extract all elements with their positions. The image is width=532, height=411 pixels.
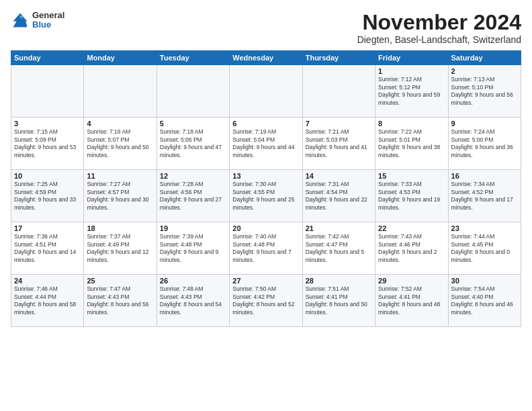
day-cell: 25Sunrise: 7:47 AMSunset: 4:43 PMDayligh… [84,275,157,327]
day-cell: 2Sunrise: 7:13 AMSunset: 5:10 PMDaylight… [448,65,521,118]
calendar-header: Sunday Monday Tuesday Wednesday Thursday… [11,51,521,65]
day-cell: 18Sunrise: 7:37 AMSunset: 4:49 PMDayligh… [84,222,157,275]
day-cell: 15Sunrise: 7:33 AMSunset: 4:53 PMDayligh… [375,170,448,222]
day-detail: Sunrise: 7:13 AMSunset: 5:10 PMDaylight:… [451,76,513,105]
month-title: November 2024 [357,11,521,34]
day-number: 30 [451,277,518,285]
day-detail: Sunrise: 7:30 AMSunset: 4:55 PMDaylight:… [232,181,294,210]
week-row-1: 1Sunrise: 7:12 AMSunset: 5:12 PMDaylight… [11,65,521,118]
day-cell: 17Sunrise: 7:36 AMSunset: 4:51 PMDayligh… [11,222,84,275]
day-number: 29 [378,277,445,285]
day-detail: Sunrise: 7:42 AMSunset: 4:47 PMDaylight:… [306,233,364,263]
logo-blue-text: Blue [32,20,64,30]
day-number: 23 [451,224,518,232]
day-cell: 10Sunrise: 7:25 AMSunset: 4:59 PMDayligh… [11,170,84,222]
week-row-3: 10Sunrise: 7:25 AMSunset: 4:59 PMDayligh… [11,170,521,222]
day-detail: Sunrise: 7:51 AMSunset: 4:41 PMDaylight:… [306,285,367,315]
col-monday: Monday [84,51,157,65]
day-cell: 6Sunrise: 7:19 AMSunset: 5:04 PMDaylight… [230,118,302,170]
day-number: 15 [378,172,445,180]
day-detail: Sunrise: 7:50 AMSunset: 4:42 PMDaylight:… [232,285,294,315]
col-sunday: Sunday [11,51,84,65]
day-number: 24 [14,277,81,285]
day-detail: Sunrise: 7:40 AMSunset: 4:48 PMDaylight:… [232,233,291,263]
day-number: 21 [306,224,372,232]
day-detail: Sunrise: 7:36 AMSunset: 4:51 PMDaylight:… [14,233,76,263]
day-cell: 12Sunrise: 7:28 AMSunset: 4:56 PMDayligh… [157,170,229,222]
day-number: 2 [451,67,518,75]
calendar-table: Sunday Monday Tuesday Wednesday Thursday… [11,50,521,327]
day-cell: 20Sunrise: 7:40 AMSunset: 4:48 PMDayligh… [230,222,302,275]
day-number: 26 [160,277,226,285]
day-number: 20 [232,224,299,232]
header: General Blue November 2024 Diegten, Base… [11,11,521,45]
logo-text: General Blue [32,11,64,30]
day-number: 5 [160,120,226,128]
day-cell: 5Sunrise: 7:18 AMSunset: 5:06 PMDaylight… [157,118,229,170]
day-detail: Sunrise: 7:25 AMSunset: 4:59 PMDaylight:… [14,181,76,210]
col-friday: Friday [375,51,448,65]
day-detail: Sunrise: 7:27 AMSunset: 4:57 PMDaylight:… [87,181,148,210]
day-detail: Sunrise: 7:16 AMSunset: 5:07 PMDaylight:… [87,128,148,158]
col-tuesday: Tuesday [157,51,229,65]
day-detail: Sunrise: 7:52 AMSunset: 4:41 PMDaylight:… [378,285,440,315]
day-number: 27 [232,277,299,285]
week-row-5: 24Sunrise: 7:46 AMSunset: 4:44 PMDayligh… [11,275,521,327]
day-detail: Sunrise: 7:19 AMSunset: 5:04 PMDaylight:… [232,128,294,158]
day-cell: 1Sunrise: 7:12 AMSunset: 5:12 PMDaylight… [375,65,448,118]
day-cell: 16Sunrise: 7:34 AMSunset: 4:52 PMDayligh… [448,170,521,222]
day-detail: Sunrise: 7:18 AMSunset: 5:06 PMDaylight:… [160,128,222,158]
day-detail: Sunrise: 7:43 AMSunset: 4:46 PMDaylight:… [378,233,437,263]
day-detail: Sunrise: 7:48 AMSunset: 4:43 PMDaylight:… [160,285,222,315]
day-detail: Sunrise: 7:33 AMSunset: 4:53 PMDaylight:… [378,181,440,210]
day-cell: 9Sunrise: 7:24 AMSunset: 5:00 PMDaylight… [448,118,521,170]
day-number: 19 [160,224,226,232]
day-number: 28 [306,277,372,285]
day-cell: 19Sunrise: 7:39 AMSunset: 4:48 PMDayligh… [157,222,229,275]
day-number: 3 [14,120,81,128]
day-detail: Sunrise: 7:54 AMSunset: 4:40 PMDaylight:… [451,285,513,315]
day-number: 8 [378,120,445,128]
day-number: 12 [160,172,226,180]
day-cell: 14Sunrise: 7:31 AMSunset: 4:54 PMDayligh… [302,170,375,222]
day-cell: 21Sunrise: 7:42 AMSunset: 4:47 PMDayligh… [302,222,375,275]
day-detail: Sunrise: 7:39 AMSunset: 4:48 PMDaylight:… [160,233,218,263]
day-number: 10 [14,172,81,180]
day-number: 25 [87,277,153,285]
day-cell: 3Sunrise: 7:15 AMSunset: 5:09 PMDaylight… [11,118,84,170]
header-row: Sunday Monday Tuesday Wednesday Thursday… [11,51,521,65]
col-thursday: Thursday [302,51,375,65]
day-cell: 30Sunrise: 7:54 AMSunset: 4:40 PMDayligh… [448,275,521,327]
day-number: 7 [306,120,372,128]
day-cell: 4Sunrise: 7:16 AMSunset: 5:07 PMDaylight… [84,118,157,170]
day-number: 6 [232,120,299,128]
day-number: 14 [306,172,372,180]
day-cell: 8Sunrise: 7:22 AMSunset: 5:01 PMDaylight… [375,118,448,170]
page: General Blue November 2024 Diegten, Base… [0,0,532,411]
day-detail: Sunrise: 7:21 AMSunset: 5:03 PMDaylight:… [306,128,367,158]
day-number: 13 [232,172,299,180]
day-detail: Sunrise: 7:37 AMSunset: 4:49 PMDaylight:… [87,233,148,263]
day-cell: 23Sunrise: 7:44 AMSunset: 4:45 PMDayligh… [448,222,521,275]
day-detail: Sunrise: 7:31 AMSunset: 4:54 PMDaylight:… [306,181,367,210]
day-cell [157,65,229,118]
day-detail: Sunrise: 7:12 AMSunset: 5:12 PMDaylight:… [378,76,440,105]
day-cell [84,65,157,118]
day-cell: 27Sunrise: 7:50 AMSunset: 4:42 PMDayligh… [230,275,302,327]
day-detail: Sunrise: 7:22 AMSunset: 5:01 PMDaylight:… [378,128,440,158]
day-number: 17 [14,224,81,232]
day-cell: 28Sunrise: 7:51 AMSunset: 4:41 PMDayligh… [302,275,375,327]
day-cell: 13Sunrise: 7:30 AMSunset: 4:55 PMDayligh… [230,170,302,222]
day-detail: Sunrise: 7:34 AMSunset: 4:52 PMDaylight:… [451,181,513,210]
day-cell [11,65,84,118]
day-number: 4 [87,120,153,128]
col-wednesday: Wednesday [230,51,302,65]
logo: General Blue [11,11,64,30]
logo-icon [11,11,30,30]
day-detail: Sunrise: 7:47 AMSunset: 4:43 PMDaylight:… [87,285,148,315]
day-number: 11 [87,172,153,180]
day-number: 1 [378,67,445,75]
day-detail: Sunrise: 7:44 AMSunset: 4:45 PMDaylight:… [451,233,510,263]
day-cell: 7Sunrise: 7:21 AMSunset: 5:03 PMDaylight… [302,118,375,170]
day-cell [230,65,302,118]
